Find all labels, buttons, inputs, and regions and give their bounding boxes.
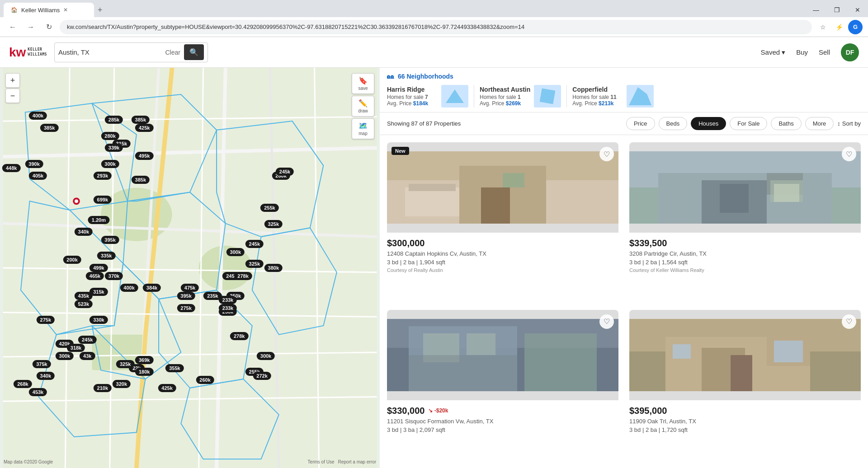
tab-close-button[interactable]: ✕ [63,7,68,13]
neighborhood-card-harris-ridge[interactable]: Harris Ridge Homes for sale 7 Avg. Price… [387,85,468,108]
zoom-in-button[interactable]: + [5,73,20,88]
price-bubble[interactable]: 375k [33,360,51,368]
price-bubble[interactable]: 268k [14,380,32,388]
price-bubble[interactable]: 369k [135,356,153,364]
map-view-button[interactable]: 🗺️ map [352,118,374,139]
price-bubble[interactable]: 300k [101,160,119,168]
price-bubble[interactable]: 325k [116,360,134,368]
sell-button[interactable]: Sell [819,48,830,56]
favorite-button-3[interactable]: ♡ [599,314,614,329]
sort-button[interactable]: ↕ Sort by [837,120,861,127]
price-bubble[interactable]: 300k [56,352,74,360]
price-bubble[interactable]: 448k [2,164,20,172]
price-bubble[interactable]: 435k [75,292,93,300]
price-bubble[interactable]: 499k [90,264,108,272]
price-bubble[interactable]: 465k [86,272,104,280]
neighborhood-card-copperfield[interactable]: Copperfield Homes for sale 11 Avg. Price… [572,85,654,108]
price-bubble[interactable]: 699k [94,196,112,204]
price-bubble[interactable]: 370k [105,272,123,280]
terms-link[interactable]: Terms of Use [308,459,335,464]
price-bubble[interactable]: 390k [25,160,43,168]
favorite-button-2[interactable]: ♡ [842,147,856,161]
baths-filter-button[interactable]: Baths [771,117,801,130]
price-bubble[interactable]: 380k [264,264,283,272]
active-tab[interactable]: 🏠 Keller Williams ✕ [4,3,94,17]
price-bubble[interactable]: 495k [135,152,153,160]
price-bubble[interactable]: 425k [135,124,153,132]
extension-button[interactable]: ⚡ [832,20,846,34]
price-bubble[interactable]: 339k [105,144,123,152]
save-map-button[interactable]: 🔖 save [352,73,374,94]
price-bubble[interactable]: 275k [177,304,195,312]
price-bubble[interactable]: 385k [40,124,58,132]
kw-logo[interactable]: kw KELLER WILLIAMS [9,45,47,60]
price-bubble[interactable]: 475k [181,284,199,292]
price-bubble[interactable]: 523k [75,300,93,308]
maximize-button[interactable]: ❐ [826,1,847,19]
price-bubble[interactable]: 43k [80,352,95,360]
report-link[interactable]: Report a map error [338,459,376,464]
price-bubble[interactable]: 395k [101,236,119,244]
reload-button[interactable]: ↻ [42,20,56,34]
price-bubble[interactable]: 300k [226,248,245,256]
close-button[interactable]: ✕ [847,1,868,19]
price-bubble[interactable]: 425k [158,384,176,392]
search-input[interactable] [58,48,162,56]
price-bubble[interactable]: 275k [37,316,55,324]
map-area[interactable]: 400k385k385k285k280k315k339k425k495k448k… [0,68,380,468]
price-bubble[interactable]: 278k [230,332,248,340]
price-bubble[interactable]: 325k [245,260,264,268]
price-bubble[interactable]: 320k [113,380,131,388]
for-sale-filter-button[interactable]: For Sale [730,117,767,130]
url-input[interactable] [60,20,812,34]
price-bubble[interactable]: 245k [276,168,294,176]
price-bubble[interactable]: 385k [132,116,150,124]
price-bubble[interactable]: 400k [29,112,47,120]
price-bubble[interactable]: 405k [29,172,47,180]
price-bubble[interactable]: 300k [257,352,275,360]
draw-map-button[interactable]: ✏️ draw [352,96,374,117]
price-bubble[interactable]: 180k [135,368,153,376]
property-card-2[interactable]: ♡ $339,500 3208 Partridge Cir, Austin, T… [629,142,861,299]
price-bubble[interactable]: 384k [143,284,161,292]
price-bubble[interactable]: 400k [120,284,138,292]
price-bubble[interactable]: 245k [78,336,96,344]
price-bubble[interactable]: 285k [105,116,123,124]
price-bubble[interactable]: 245k [245,240,264,248]
price-bubble[interactable]: 340k [37,372,55,380]
buy-button[interactable]: Buy [796,48,808,56]
zoom-out-button[interactable]: − [5,89,20,103]
neighborhood-card-northeast-austin[interactable]: Northeast Austin Homes for sale 1 Avg. P… [480,85,561,108]
saved-button[interactable]: Saved ▾ [761,48,786,56]
property-card-4[interactable]: ♡ $395,000 11909 Oak Trl, Austin, TX 3 b… [629,310,861,461]
new-tab-button[interactable]: + [94,5,106,15]
price-bubble[interactable]: 233k [219,304,237,312]
price-bubble[interactable]: 272k [253,372,271,380]
favorite-button-4[interactable]: ♡ [842,314,856,329]
price-bubble[interactable]: 233k [219,296,237,304]
search-clear-button[interactable]: Clear [165,49,180,56]
back-button[interactable]: ← [5,20,20,34]
price-bubble[interactable]: 385k [132,176,150,184]
more-filter-button[interactable]: More [805,117,834,130]
price-bubble[interactable]: 260k [196,376,214,384]
minimize-button[interactable]: — [806,1,826,19]
forward-button[interactable]: → [24,20,38,34]
search-submit-button[interactable]: 🔍 [184,44,204,60]
price-bubble[interactable]: 255k [260,204,278,212]
price-bubble[interactable]: 335k [97,252,115,260]
price-bubble[interactable]: 200k [63,256,81,264]
price-bubble[interactable]: 318k [67,344,85,352]
price-bubble[interactable]: 1.20m [88,216,109,224]
price-bubble[interactable]: 340k [75,228,93,236]
price-bubble[interactable]: 330k [90,316,108,324]
bookmark-button[interactable]: ☆ [816,20,830,34]
user-avatar[interactable]: DF [841,43,859,61]
property-card-1[interactable]: New ♡ $300,000 12408 Captain Hopkins Cv,… [387,142,618,299]
property-card-3[interactable]: ♡ $330,000 ↘ -$20k 11201 Sisquoc Formati… [387,310,618,461]
price-bubble[interactable]: 453k [29,388,47,396]
favorite-button-1[interactable]: ♡ [599,147,614,161]
price-filter-button[interactable]: Price [626,117,655,130]
price-bubble[interactable]: 278k [234,272,252,280]
price-bubble[interactable]: 355k [165,364,184,372]
